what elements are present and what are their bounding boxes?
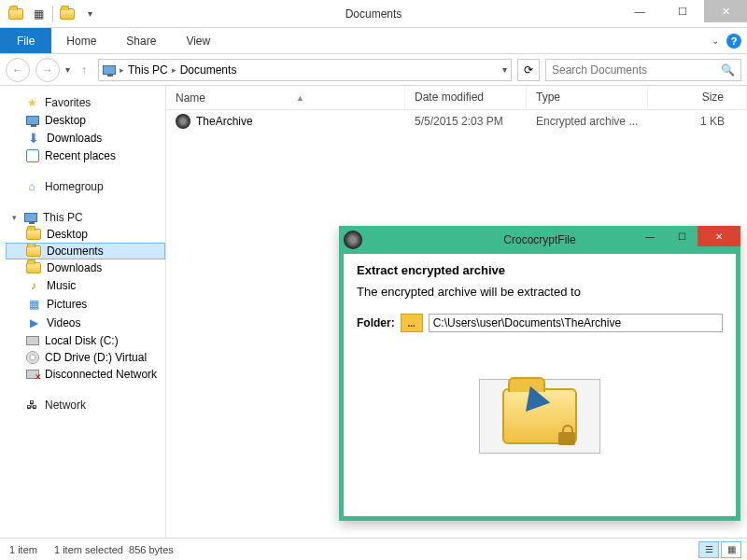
homegroup-label: Homegroup [45,180,104,193]
crococrypt-dialog: CrococryptFile — ☐ ✕ Extract encrypted a… [339,226,740,521]
sidebar-head-thispc[interactable]: ▾ This PC [6,209,165,226]
quick-access-toolbar: ▦ ▾ [0,4,100,24]
status-bar: 1 item 1 item selected 856 bytes ☰ ▦ [0,538,747,560]
dialog-titlebar[interactable]: CrococryptFile — ☐ ✕ [339,226,740,254]
folder-icon [26,229,41,240]
col-name[interactable]: Name▲ [166,86,405,109]
file-menu[interactable]: File [0,28,51,53]
search-input[interactable]: Search Documents 🔍 [545,59,741,81]
videos-icon: ▶ [26,315,41,330]
crumb-documents[interactable]: Documents [180,63,237,77]
folder-icon [26,245,41,257]
chevron-right-icon: ▸ [172,65,176,75]
help-icon[interactable]: ? [726,34,741,49]
qat-dropdown-icon[interactable]: ▾ [79,4,100,24]
sidebar-item-desktop[interactable]: Desktop [6,112,165,129]
file-date: 5/5/2015 2:03 PM [405,115,527,128]
pictures-icon: ▦ [26,297,41,312]
window-buttons: — ☐ ✕ [618,0,747,22]
forward-button[interactable]: → [35,58,60,82]
sidebar-favorites: ★ Favorites Desktop ⬇Downloads Recent pl… [6,93,165,164]
qat-newfolder-icon[interactable] [57,4,78,24]
folder-icon [26,262,41,273]
star-icon: ★ [24,95,39,110]
search-placeholder: Search Documents [552,63,647,77]
maximize-button[interactable]: ☐ [661,0,704,22]
file-row[interactable]: TheArchive 5/5/2015 2:03 PM Encrypted ar… [166,110,747,133]
history-dropdown-icon[interactable]: ▾ [65,64,70,75]
status-selected: 1 item selected [54,544,123,555]
ribbon-expand-icon[interactable]: ⌄ [712,35,719,46]
thispc-icon [24,213,37,222]
breadcrumb[interactable]: ▸ This PC ▸ Documents ▾ [98,59,512,81]
up-button[interactable]: ↑ [76,62,92,78]
music-icon: ♪ [26,278,41,293]
download-icon: ⬇ [26,131,41,146]
dialog-subtext: The encrypted archive will be extracted … [357,285,723,299]
sidebar-item-desktop2[interactable]: Desktop [6,226,165,243]
sidebar-item-music[interactable]: ♪Music [6,276,165,295]
view-details-button[interactable]: ☰ [698,541,719,558]
address-bar: ← → ▾ ↑ ▸ This PC ▸ Documents ▾ ⟳ Search… [0,54,747,86]
dialog-minimize-button[interactable]: — [634,226,666,246]
sidebar-item-recent[interactable]: Recent places [6,147,165,164]
sidebar-item-disconnected[interactable]: Disconnected Network [6,366,165,383]
sidebar-head-favorites[interactable]: ★ Favorites [6,93,165,112]
search-icon: 🔍 [721,63,735,77]
drive-icon [26,336,39,345]
caret-down-icon: ▾ [9,213,19,222]
folder-label: Folder: [357,316,395,329]
tab-home[interactable]: Home [51,28,111,53]
sidebar-head-homegroup[interactable]: ⌂ Homegroup [6,177,165,196]
status-count: 1 item [9,544,37,555]
dialog-heading: Extract encrypted archive [357,263,723,277]
crumb-thispc[interactable]: This PC [128,63,168,77]
folder-row: Folder: ... [357,314,723,332]
sidebar-network: 🖧 Network [6,396,165,414]
sidebar-item-videos[interactable]: ▶Videos [6,314,165,332]
browse-button[interactable]: ... [401,314,423,332]
dialog-body: Extract encrypted archive The encrypted … [344,254,736,463]
qat-divider [52,6,53,22]
qat-properties-icon[interactable]: ▦ [28,4,49,24]
column-headers: Name▲ Date modified Type Size [166,86,747,110]
address-dropdown-icon[interactable]: ▾ [502,64,507,75]
favorites-label: Favorites [45,96,91,109]
explorer-body: ★ Favorites Desktop ⬇Downloads Recent pl… [0,86,747,538]
refresh-button[interactable]: ⟳ [517,59,540,81]
back-button[interactable]: ← [6,58,30,82]
sidebar-item-documents[interactable]: Documents [6,243,165,259]
sidebar-item-cddrive[interactable]: CD Drive (D:) Virtual [6,349,165,366]
sidebar-item-localdisk[interactable]: Local Disk (C:) [6,332,165,349]
minimize-button[interactable]: — [618,0,661,22]
cd-icon [26,351,39,364]
sidebar-head-network[interactable]: 🖧 Network [6,396,165,414]
sidebar-item-downloads2[interactable]: Downloads [6,259,165,276]
lock-icon [558,432,575,445]
close-button[interactable]: ✕ [704,0,747,22]
col-type[interactable]: Type [527,86,648,109]
col-date[interactable]: Date modified [405,86,527,109]
thispc-label: This PC [43,211,83,224]
view-icons-button[interactable]: ▦ [721,541,741,558]
tab-share[interactable]: Share [111,28,171,53]
sort-asc-icon: ▲ [296,93,304,103]
crococrypt-app-icon [344,231,362,249]
ribbon: File Home Share View ⌄ ? [0,28,747,54]
sidebar-homegroup: ⌂ Homegroup [6,177,165,196]
app-icon [6,4,26,24]
dialog-close-button[interactable]: ✕ [698,226,740,246]
sidebar-thispc: ▾ This PC Desktop Documents Downloads ♪M… [6,209,165,383]
file-name: TheArchive [196,115,253,128]
file-size: 1 KB [648,115,747,128]
status-bytes: 856 bytes [129,544,174,555]
sidebar-item-downloads[interactable]: ⬇Downloads [6,129,165,147]
tab-view[interactable]: View [171,28,225,53]
dialog-maximize-button[interactable]: ☐ [666,226,698,246]
col-size[interactable]: Size [648,86,747,109]
sidebar-item-pictures[interactable]: ▦Pictures [6,295,165,314]
extract-button[interactable] [479,379,600,454]
recent-icon [26,149,39,162]
folder-input[interactable] [429,314,723,332]
network-icon: 🖧 [24,398,39,413]
